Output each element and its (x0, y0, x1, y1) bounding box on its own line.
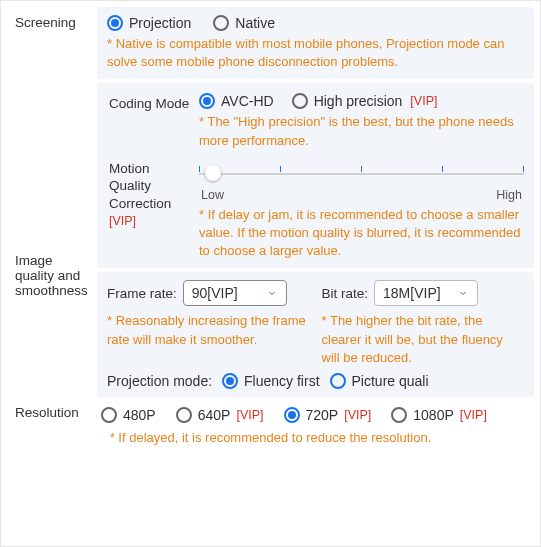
coding-avchd-text: AVC-HD (221, 93, 274, 109)
resolution-label: Resolution (7, 401, 97, 426)
chevron-down-icon (266, 287, 278, 299)
screening-native-radio[interactable]: Native (213, 15, 275, 31)
frame-rate-label: Frame rate: (107, 286, 177, 301)
coding-highprec-text: High precision (314, 93, 403, 109)
slider-thumb-icon[interactable] (205, 165, 221, 181)
coding-avchd-radio[interactable]: AVC-HD (199, 93, 274, 109)
screening-projection-text: Projection (129, 15, 191, 31)
bit-rate-hint: * The higher the bit rate, the clearer i… (322, 312, 525, 367)
bit-rate-value: 18M[VIP] (383, 285, 441, 301)
rate-panel: Frame rate: 90[VIP] * Reasonably increas… (97, 272, 534, 397)
coding-motion-panel: Coding Mode AVC-HD High precision [VIP] (97, 83, 534, 268)
resolution-720p-radio[interactable]: 720P[VIP] (284, 407, 372, 423)
motion-label: Motion Quality Correction [VIP] (107, 156, 199, 230)
coding-highprec-radio[interactable]: High precision [VIP] (292, 93, 438, 109)
projection-fluency-text: Fluency first (244, 373, 319, 389)
resolution-1080p-radio[interactable]: 1080P[VIP] (391, 407, 487, 423)
radio-icon (101, 407, 117, 423)
frame-rate-select[interactable]: 90[VIP] (183, 280, 287, 306)
resolution-option-label: 1080P (413, 407, 453, 423)
resolution-option-label: 480P (123, 407, 156, 423)
projection-picture-radio[interactable]: Picture quali (330, 373, 429, 389)
motion-label-text: Motion Quality Correction (109, 161, 171, 211)
projection-picture-text: Picture quali (352, 373, 429, 389)
projection-mode-label: Projection mode: (107, 373, 212, 389)
coding-mode-label: Coding Mode (107, 91, 199, 113)
frame-rate-hint: * Reasonably increasing the frame rate w… (107, 312, 310, 348)
radio-selected-icon (222, 373, 238, 389)
screening-native-text: Native (235, 15, 275, 31)
resolution-480p-radio[interactable]: 480P (101, 407, 156, 423)
bit-rate-label: Bit rate: (322, 286, 369, 301)
chevron-down-icon (457, 287, 469, 299)
slider-high-label: High (496, 188, 522, 202)
vip-badge: [VIP] (460, 408, 487, 422)
vip-badge: [VIP] (236, 408, 263, 422)
motion-slider[interactable] (199, 162, 524, 186)
image-quality-label: Image quality and smoothness (7, 83, 97, 304)
slider-low-label: Low (201, 188, 224, 202)
vip-badge: [VIP] (410, 94, 437, 108)
radio-icon (391, 407, 407, 423)
radio-icon (176, 407, 192, 423)
radio-selected-icon (107, 15, 123, 31)
radio-selected-icon (284, 407, 300, 423)
coding-hint: * The "High precision" is the best, but … (199, 113, 524, 149)
vip-badge: [VIP] (344, 408, 371, 422)
radio-icon (213, 15, 229, 31)
vip-badge: [VIP] (109, 214, 136, 228)
screening-panel: Projection Native * Native is compatible… (97, 7, 534, 79)
frame-rate-value: 90[VIP] (192, 285, 238, 301)
resolution-640p-radio[interactable]: 640P[VIP] (176, 407, 264, 423)
screening-label: Screening (7, 7, 97, 36)
radio-selected-icon (199, 93, 215, 109)
resolution-option-label: 720P (306, 407, 339, 423)
bit-rate-select[interactable]: 18M[VIP] (374, 280, 478, 306)
screening-hint: * Native is compatible with most mobile … (107, 35, 524, 71)
radio-icon (330, 373, 346, 389)
resolution-hint: * If delayed, it is recommended to reduc… (7, 430, 534, 445)
resolution-option-label: 640P (198, 407, 231, 423)
screening-projection-radio[interactable]: Projection (107, 15, 191, 31)
projection-fluency-radio[interactable]: Fluency first (222, 373, 319, 389)
motion-hint: * If delay or jam, it is recommended to … (199, 206, 524, 261)
radio-icon (292, 93, 308, 109)
